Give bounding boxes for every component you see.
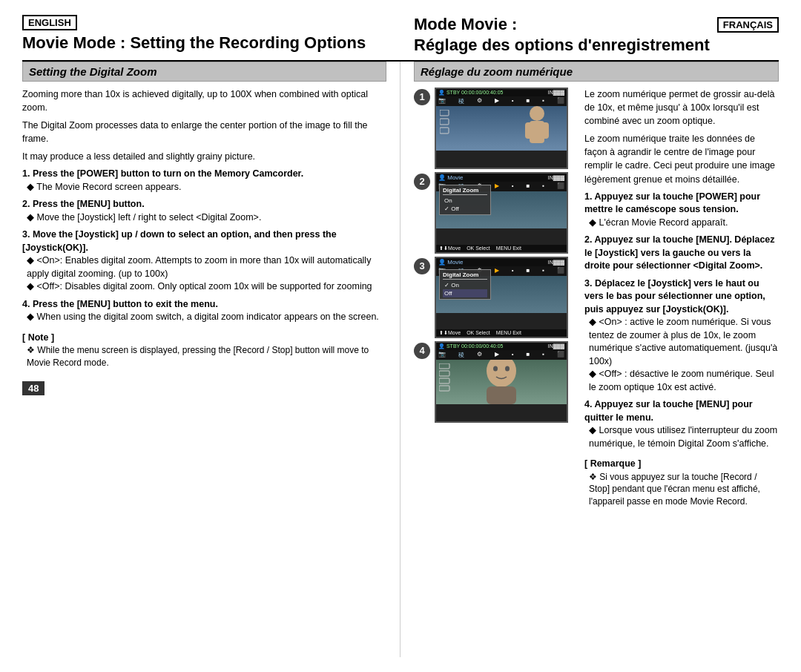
cam-menu-title-2: Digital Zoom bbox=[443, 187, 487, 195]
title-right-line2: Réglage des options d'enregistrement bbox=[414, 36, 779, 55]
cam-statusbar-4: 👤 STBY 00:00:00/00:40:05 IN▓▓▓ bbox=[436, 343, 567, 350]
cam-menu-3: Digital Zoom On Off bbox=[439, 269, 491, 300]
cam-screen-4: 👤 STBY 00:00:00/00:40:05 IN▓▓▓ 📷稜⚙▶•■▪⬛ bbox=[435, 341, 568, 423]
right-note-text: Si vous appuyez sur la touche [Record / … bbox=[584, 471, 779, 508]
left-intro-2: The Digital Zoom processes data to enlar… bbox=[22, 119, 386, 145]
cam-image-1 bbox=[436, 106, 567, 151]
step-4-sub-1: When using the digital zoom switch, a di… bbox=[22, 311, 386, 324]
right-step-2: 2. Appuyez sur la touche [MENU]. Déplace… bbox=[584, 234, 779, 273]
cam-icons-1: 📷稜⚙▶•■▪⬛ bbox=[436, 96, 567, 106]
svg-rect-2 bbox=[525, 122, 533, 139]
step-num-1: 1 bbox=[414, 89, 430, 105]
left-intro-3: It may produce a less detailed and sligh… bbox=[22, 150, 386, 163]
step-3-sub-2: <Off>: Disables digital zoom. Only optic… bbox=[22, 280, 386, 294]
step-2-sub-1: Move the [Joystick] left / right to sele… bbox=[22, 211, 386, 225]
step-num-4: 4 bbox=[414, 343, 430, 359]
cam-bottombar-3: ⬆⬇MoveOK SelectMENU Exit bbox=[436, 329, 567, 337]
svg-rect-6 bbox=[440, 128, 449, 134]
francais-badge: FRANÇAIS bbox=[717, 17, 779, 33]
page-number: 48 bbox=[22, 381, 44, 395]
cam-statusbar-3: 👤 Movie IN▓▓▓ bbox=[436, 258, 567, 266]
child-silhouette-1 bbox=[515, 106, 559, 151]
cam-menu-title-3: Digital Zoom bbox=[443, 271, 487, 280]
right-intro-2: Le zoom numérique traite les données de … bbox=[584, 132, 779, 186]
svg-point-7 bbox=[487, 360, 516, 387]
right-step-2-header: 2. Appuyez sur la touche [MENU]. Déplace… bbox=[584, 234, 779, 273]
step-num-3: 3 bbox=[414, 258, 430, 274]
right-note: [ Remarque ] Si vous appuyez sur la touc… bbox=[584, 458, 779, 508]
cam-screen-3: 👤 Movie IN▓▓▓ 📷稜⚙▶•■▪⬛ Digital Zoom On bbox=[435, 257, 568, 338]
svg-point-0 bbox=[530, 106, 544, 121]
cam-screen-1: 👤 STBY 00:00:00/00:40:05 IN▓▓▓ 📷稜⚙▶•■▪⬛ bbox=[435, 88, 568, 169]
right-step-4-sub: Lorsque vous utilisez l'interrupteur du … bbox=[584, 424, 779, 450]
svg-rect-12 bbox=[439, 371, 449, 376]
step-4: 4. Press the [MENU] button to exit the m… bbox=[22, 298, 386, 324]
right-step-3-header: 3. Déplacez le [Joystick] vers le haut o… bbox=[584, 277, 779, 317]
title-right-line1: Mode Movie : bbox=[414, 15, 517, 34]
step-3-header: 3. Move the [Joystick] up / down to sele… bbox=[22, 228, 386, 254]
child-face-4 bbox=[472, 360, 531, 404]
svg-rect-4 bbox=[440, 110, 449, 116]
cam-bg-3: Digital Zoom On Off bbox=[436, 276, 567, 313]
right-content: 1 👤 STBY 00:00:00/00:40:05 IN▓▓▓ 📷稜⚙▶•■▪… bbox=[414, 88, 779, 508]
img-row-3: 3 👤 Movie IN▓▓▓ 📷稜⚙▶•■▪⬛ Di bbox=[414, 257, 577, 338]
note-title: [ Note ] bbox=[22, 332, 386, 345]
step-4-header: 4. Press the [MENU] button to exit the m… bbox=[22, 298, 386, 312]
columns: Setting the Digital Zoom Zooming more th… bbox=[22, 62, 779, 657]
zoom-indicator bbox=[439, 363, 452, 401]
svg-point-8 bbox=[493, 366, 498, 371]
step-1-header: 1. Press the [POWER] button to turn on t… bbox=[22, 168, 386, 181]
svg-rect-3 bbox=[541, 122, 549, 139]
step-2: 2. Press the [MENU] button. Move the [Jo… bbox=[22, 198, 386, 224]
cam-menu-on-2: On bbox=[443, 197, 487, 205]
title-left: Movie Mode : Setting the Recording Optio… bbox=[22, 33, 400, 53]
right-intro-1: Le zoom numérique permet de grossir au-d… bbox=[584, 88, 779, 128]
img-row-4: 4 👤 STBY 00:00:00/00:40:05 IN▓▓▓ 📷稜⚙▶•■▪… bbox=[414, 341, 577, 423]
svg-rect-13 bbox=[439, 378, 449, 383]
svg-rect-14 bbox=[439, 386, 449, 391]
right-column: Réglage du zoom numérique 1 👤 STBY 00:00… bbox=[400, 62, 779, 657]
svg-point-9 bbox=[505, 366, 510, 371]
cam-statusbar-1: 👤 STBY 00:00:00/00:40:05 IN▓▓▓ bbox=[436, 89, 567, 96]
step-3-sub-1: <On>: Enables digital zoom. Attempts to … bbox=[22, 254, 386, 280]
right-step-1-header: 1. Appuyez sur la touche [POWER] pour me… bbox=[584, 191, 779, 217]
icons-left-1 bbox=[440, 110, 469, 139]
note-box: [ Note ] While the menu screen is displa… bbox=[22, 332, 386, 369]
note-text: While the menu screen is displayed, pres… bbox=[22, 344, 386, 369]
text-side: Le zoom numérique permet de grossir au-d… bbox=[584, 88, 779, 508]
left-column: Setting the Digital Zoom Zooming more th… bbox=[22, 62, 400, 657]
right-step-4-header: 4. Appuyez sur la touche [MENU] pour qui… bbox=[584, 398, 779, 424]
left-intro-1: Zooming more than 10x is achieved digita… bbox=[22, 88, 386, 114]
step-1: 1. Press the [POWER] button to turn on t… bbox=[22, 168, 386, 194]
step-num-2: 2 bbox=[414, 174, 430, 190]
right-note-title: [ Remarque ] bbox=[584, 458, 779, 471]
step-2-header: 2. Press the [MENU] button. bbox=[22, 198, 386, 211]
images-side: 1 👤 STBY 00:00:00/00:40:05 IN▓▓▓ 📷稜⚙▶•■▪… bbox=[414, 88, 577, 508]
step-3: 3. Move the [Joystick] up / down to sele… bbox=[22, 228, 386, 294]
right-step-1: 1. Appuyez sur la touche [POWER] pour me… bbox=[584, 191, 779, 230]
cam-menu-on-3: On bbox=[443, 281, 487, 289]
step-1-sub-1: The Movie Record screen appears. bbox=[22, 181, 386, 194]
right-section-title: Réglage du zoom numérique bbox=[414, 62, 779, 82]
right-step-1-sub: L'écran Movie Record apparaît. bbox=[584, 217, 779, 230]
cam-screen-2: 👤 Movie IN▓▓▓ 📷稜⚙▶•■▪⬛ Digital Zoom On bbox=[435, 172, 568, 254]
cam-bottombar-2: ⬆⬇MoveOK SelectMENU Exit bbox=[436, 245, 567, 252]
cam-menu-off-2: Off bbox=[443, 205, 487, 213]
cam-menu-2: Digital Zoom On Off bbox=[439, 185, 491, 215]
img-row-1: 1 👤 STBY 00:00:00/00:40:05 IN▓▓▓ 📷稜⚙▶•■▪… bbox=[414, 88, 577, 169]
right-step-3-sub-1: <On> : active le zoom numérique. Si vous… bbox=[584, 316, 779, 368]
svg-rect-11 bbox=[439, 363, 449, 369]
right-step-4: 4. Appuyez sur la touche [MENU] pour qui… bbox=[584, 398, 779, 450]
cam-menu-off-3: Off bbox=[443, 289, 487, 297]
svg-rect-5 bbox=[440, 119, 449, 125]
cam-image-4 bbox=[436, 360, 567, 404]
right-step-3: 3. Déplacez le [Joystick] vers le haut o… bbox=[584, 277, 779, 395]
english-badge: ENGLISH bbox=[22, 15, 77, 30]
cam-statusbar-2: 👤 Movie IN▓▓▓ bbox=[436, 174, 567, 182]
cam-bg-2: Digital Zoom On Off bbox=[436, 191, 567, 228]
left-section-title: Setting the Digital Zoom bbox=[22, 62, 386, 82]
img-row-2: 2 👤 Movie IN▓▓▓ 📷稜⚙▶•■▪⬛ Di bbox=[414, 172, 577, 254]
header: ENGLISH Movie Mode : Setting the Recordi… bbox=[22, 15, 779, 56]
page: ENGLISH Movie Mode : Setting the Recordi… bbox=[0, 0, 801, 672]
cam-icons-4: 📷稜⚙▶•■▪⬛ bbox=[436, 350, 567, 360]
